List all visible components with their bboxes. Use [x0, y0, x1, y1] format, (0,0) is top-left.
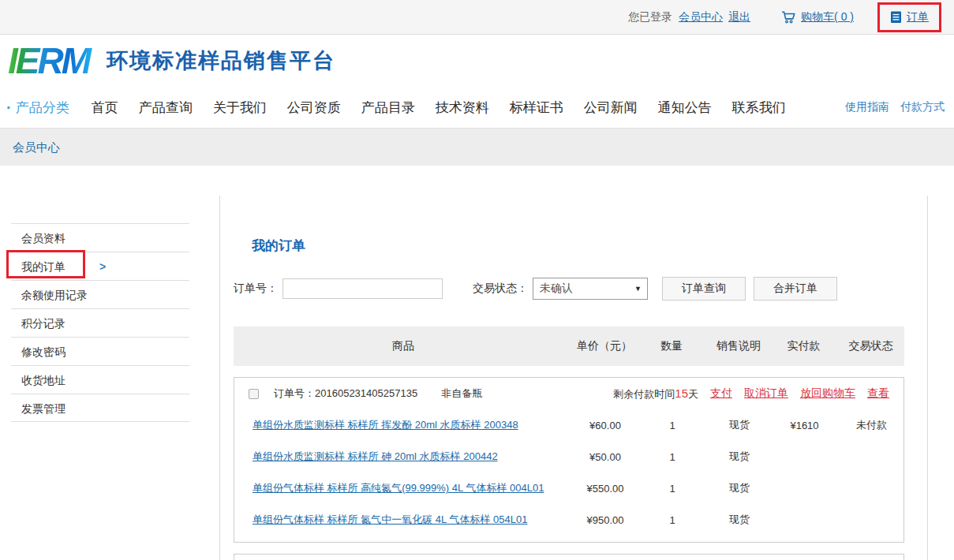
sidebar-item-label: 发票管理 [21, 402, 65, 415]
product-name-cell: 单组份气体标样 标样所 高纯氮气(99.999%) 4L 气体标样 004L01 [234, 481, 574, 495]
nav-item[interactable]: 联系我们 [732, 99, 786, 117]
nav-item[interactable]: 公司资质 [287, 99, 341, 117]
product-link[interactable]: 单组份水质监测标样 标样所 挥发酚 20ml 水质标样 200348 [253, 419, 518, 431]
member-sidebar: 会员资料我的订单>余额使用记录积分记录修改密码收货地址发票管理 [11, 223, 189, 422]
order-checkbox[interactable] [249, 389, 259, 399]
orders-table-header: 商品单价（元）数量销售说明实付款交易状态 [234, 327, 904, 366]
topbar: 您已登录 会员中心 退出 购物车( 0 ) 订单 [0, 0, 954, 35]
order-number: 订单号：201605231405257135 [274, 386, 417, 401]
sales-note-cell: 现货 [708, 481, 771, 495]
trade-status-select[interactable]: 未确认 ▼ [533, 278, 648, 300]
order-action-link[interactable]: 支付 [710, 386, 732, 401]
sidebar-item-label: 修改密码 [21, 345, 65, 358]
table-header-cell: 数量 [636, 339, 707, 353]
product-link[interactable]: 单组份气体标样 标样所 氮气中一氧化碳 4L 气体标样 054L01 [253, 513, 527, 525]
unit-price-cell: ¥550.00 [574, 483, 637, 495]
nav-item[interactable]: 通知公告 [658, 99, 712, 117]
sidebar-item[interactable]: 收货地址 [11, 365, 189, 394]
sales-note-cell: 现货 [708, 418, 771, 432]
page-title: 我的订单 [252, 237, 927, 255]
nav-item[interactable]: 首页 [92, 99, 118, 117]
table-header-cell: 单价（元） [573, 339, 636, 353]
main-nav: · 产品分类 首页产品查询关于我们公司资质产品目录技术资料标样证书公司新闻通知公… [0, 87, 954, 128]
paid-amount-cell: ¥1610 [771, 420, 838, 431]
order-query-button[interactable]: 订单查询 [662, 277, 746, 301]
trade-status-cell: 未付款 [838, 418, 905, 432]
product-name-cell: 单组份水质监测标样 标样所 砷 20ml 水质标样 200442 [234, 450, 574, 464]
order-link-highlight[interactable]: 订单 [877, 2, 941, 32]
sidebar-item[interactable]: 余额使用记录 [11, 280, 189, 308]
content-area: 会员资料我的订单>余额使用记录积分记录修改密码收货地址发票管理 我的订单 订单号… [0, 166, 954, 560]
product-name-cell: 单组份水质监测标样 标样所 挥发酚 20ml 水质标样 200348 [234, 418, 574, 432]
order-link[interactable]: 订单 [907, 10, 929, 24]
nav-item[interactable]: 技术资料 [436, 99, 489, 117]
order-filter-bar: 订单号： 交易状态： 未确认 ▼ 订单查询 合并订单 [234, 277, 927, 301]
nav-item[interactable]: 公司新闻 [584, 99, 638, 117]
sidebar-item[interactable]: 发票管理 [11, 394, 189, 422]
orders-list: 订单号：201605231405257135非自备瓶剩余付款时间15天支付取消订… [220, 377, 927, 560]
table-header-cell: 实付款 [770, 339, 837, 353]
cart-icon [780, 9, 796, 24]
order-actions: 剩余付款时间15天支付取消订单放回购物车查看 [613, 386, 903, 401]
cart-link[interactable]: 购物车( 0 ) [801, 10, 854, 24]
order-item-row: 单组份气体标样 标样所 氮气中一氧化碳 4L 气体标样 054L01¥950.0… [234, 504, 903, 536]
sidebar-item-label: 积分记录 [21, 317, 65, 330]
login-status: 您已登录 [628, 10, 672, 24]
unit-price-cell: ¥950.00 [574, 514, 637, 526]
trade-status-selected-value: 未确认 [540, 282, 573, 296]
sidebar-item[interactable]: 积分记录 [11, 308, 189, 337]
chevron-down-icon: ▼ [634, 285, 642, 293]
nav-product-category[interactable]: · 产品分类 [6, 99, 69, 117]
table-header-cell: 商品 [234, 339, 573, 353]
logo-bar: IERM 环境标准样品销售平台 [0, 35, 954, 87]
sidebar-item-label: 收货地址 [21, 374, 65, 386]
order-block: 订单号：201605171217098691非自备瓶查看 [234, 554, 904, 560]
order-action-link[interactable]: 取消订单 [744, 386, 788, 401]
remaining-payment-time: 剩余付款时间15天 [613, 386, 698, 401]
sales-note-cell: 现货 [708, 513, 771, 527]
order-item-row: 单组份水质监测标样 标样所 挥发酚 20ml 水质标样 200348¥60.00… [234, 409, 903, 441]
nav-secondary-link[interactable]: 付款方式 [900, 100, 945, 114]
order-item-row: 单组份水质监测标样 标样所 砷 20ml 水质标样 200442¥50.001现… [234, 441, 903, 472]
product-link[interactable]: 单组份水质监测标样 标样所 砷 20ml 水质标样 200442 [253, 450, 498, 462]
trade-status-label: 交易状态： [473, 282, 528, 296]
order-no-label: 订单号： [234, 282, 278, 296]
sidebar-item[interactable]: 会员资料 [11, 223, 189, 252]
quantity-cell: 1 [637, 514, 708, 526]
sidebar-item[interactable]: 修改密码 [11, 337, 189, 365]
product-link[interactable]: 单组份气体标样 标样所 高纯氮气(99.999%) 4L 气体标样 004L01 [253, 482, 544, 494]
quantity-cell: 1 [637, 451, 708, 463]
table-header-cell: 销售说明 [707, 339, 770, 353]
cart-group[interactable]: 购物车( 0 ) [780, 9, 854, 24]
merge-orders-button[interactable]: 合并订单 [754, 277, 837, 301]
order-action-link[interactable]: 查看 [867, 386, 889, 401]
logo: IERM [8, 43, 95, 79]
order-block: 订单号：201605231405257135非自备瓶剩余付款时间15天支付取消订… [234, 377, 904, 543]
order-action-link[interactable]: 放回购物车 [800, 386, 855, 401]
bullet-icon: · [6, 99, 12, 117]
nav-secondary-link[interactable]: 使用指南 [845, 100, 889, 114]
order-item-row: 单组份气体标样 标样所 高纯氮气(99.999%) 4L 气体标样 004L01… [234, 472, 903, 504]
active-arrow-icon: > [99, 252, 106, 281]
nav-item[interactable]: 关于我们 [213, 99, 267, 117]
nav-item[interactable]: 产品目录 [361, 99, 415, 117]
order-header-row: 订单号：201605171217098691非自备瓶查看 [234, 554, 903, 560]
table-header-cell: 交易状态 [837, 339, 904, 353]
order-no-input[interactable] [282, 278, 443, 299]
bottle-note: 非自备瓶 [441, 386, 482, 401]
quantity-cell: 1 [637, 483, 708, 495]
quantity-cell: 1 [637, 420, 708, 431]
sidebar-item-label: 余额使用记录 [21, 289, 88, 301]
sidebar-item[interactable]: 我的订单> [11, 252, 189, 280]
unit-price-cell: ¥50.00 [574, 451, 637, 463]
order-list-icon [890, 10, 902, 24]
sidebar-item-label: 会员资料 [21, 232, 65, 245]
product-name-cell: 单组份气体标样 标样所 氮气中一氧化碳 4L 气体标样 054L01 [234, 513, 574, 527]
member-center-link[interactable]: 会员中心 [679, 10, 723, 24]
unit-price-cell: ¥60.00 [574, 420, 637, 431]
nav-items: 首页产品查询关于我们公司资质产品目录技术资料标样证书公司新闻通知公告联系我们 [92, 99, 786, 117]
logout-link[interactable]: 退出 [728, 10, 750, 24]
nav-item[interactable]: 产品查询 [139, 99, 193, 117]
site-title: 环境标准样品销售平台 [107, 47, 335, 75]
nav-item[interactable]: 标样证书 [510, 99, 563, 117]
